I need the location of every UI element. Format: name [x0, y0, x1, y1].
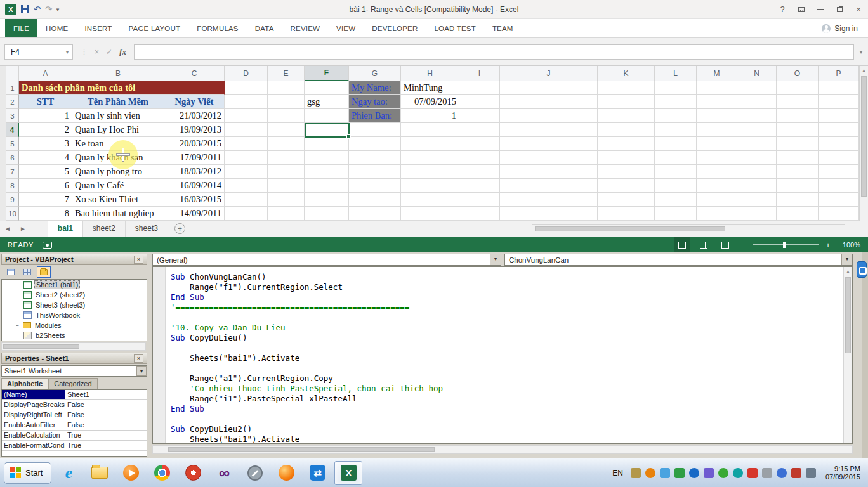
tray-icon[interactable]: [718, 468, 728, 478]
cell-E5[interactable]: [268, 137, 305, 151]
cell-N3[interactable]: [737, 109, 777, 123]
cell-P6[interactable]: [819, 151, 859, 165]
view-object-icon[interactable]: [20, 266, 34, 278]
cell-B3[interactable]: Quan ly sinh vien: [72, 109, 164, 123]
media-player-icon[interactable]: [117, 461, 145, 485]
cell-M10[interactable]: [697, 207, 737, 221]
column-header-F[interactable]: F: [305, 66, 349, 81]
properties-dropdown-icon[interactable]: ▾: [136, 366, 147, 376]
column-header-P[interactable]: P: [819, 66, 859, 81]
excel-taskbar-icon[interactable]: X: [334, 461, 362, 485]
cell-K4[interactable]: [598, 123, 655, 137]
cell-P8[interactable]: [819, 179, 859, 193]
start-button[interactable]: Start: [4, 462, 51, 484]
cell-O4[interactable]: [777, 123, 819, 137]
object-dropdown[interactable]: (General) ▾: [152, 254, 501, 266]
cell-B8[interactable]: Quan ly Café: [72, 179, 164, 193]
cell-H1[interactable]: MinhTung: [401, 81, 459, 95]
cell-A3[interactable]: 1: [19, 109, 72, 123]
zoom-slider-thumb[interactable]: [783, 242, 786, 248]
ribbon-tab-file[interactable]: FILE: [5, 19, 37, 37]
ribbon-tab-insert[interactable]: INSERT: [76, 19, 120, 37]
cell-I5[interactable]: [459, 137, 500, 151]
cell-I9[interactable]: [459, 193, 500, 207]
row-header-4[interactable]: 4: [6, 123, 19, 137]
cell-N1[interactable]: [737, 81, 777, 95]
cell-M3[interactable]: [697, 109, 737, 123]
property-row[interactable]: EnableCalculationTrue: [2, 431, 147, 441]
tree-item-b2sheets[interactable]: b2Sheets: [2, 330, 147, 341]
name-box[interactable]: F4 ▾: [4, 44, 73, 60]
cell-P10[interactable]: [819, 207, 859, 221]
grid-horizontal-scrollbar[interactable]: [532, 224, 845, 233]
add-sheet-button[interactable]: +: [174, 223, 185, 234]
cell-E8[interactable]: [268, 179, 305, 193]
code-hscrollbar[interactable]: [152, 445, 853, 454]
cell-E3[interactable]: [268, 109, 305, 123]
cell-B9[interactable]: Xo so Kien Thiet: [72, 193, 164, 207]
toggle-folders-icon[interactable]: [37, 266, 51, 278]
tray-icon[interactable]: [733, 468, 743, 478]
cell-J4[interactable]: [500, 123, 598, 137]
cell-O10[interactable]: [777, 207, 819, 221]
tree-item-sheet3-sheet3-[interactable]: Sheet3 (sheet3): [2, 300, 147, 310]
cell-M9[interactable]: [697, 193, 737, 207]
cell-A1[interactable]: Danh sách phần mềm của tôi: [19, 81, 225, 95]
undo-icon[interactable]: ↶: [34, 5, 41, 13]
cell-D6[interactable]: [225, 151, 268, 165]
cell-H6[interactable]: [401, 151, 459, 165]
cell-I10[interactable]: [459, 207, 500, 221]
cell-M5[interactable]: [697, 137, 737, 151]
tray-icon[interactable]: [791, 468, 801, 478]
name-box-dropdown-icon[interactable]: ▾: [62, 49, 72, 55]
cell-H8[interactable]: [401, 179, 459, 193]
visual-studio-icon[interactable]: ∞: [210, 461, 238, 485]
macro-record-icon[interactable]: [43, 242, 52, 249]
tray-icon[interactable]: [674, 468, 685, 478]
close-icon[interactable]: ×: [849, 0, 868, 18]
docked-app-icon[interactable]: [857, 261, 867, 278]
cell-E7[interactable]: [268, 165, 305, 179]
cell-A9[interactable]: 7: [19, 193, 72, 207]
language-indicator[interactable]: EN: [609, 469, 626, 477]
column-header-N[interactable]: N: [737, 66, 777, 81]
cell-O2[interactable]: [777, 95, 819, 109]
cell-A10[interactable]: 8: [19, 207, 72, 221]
cell-H9[interactable]: [401, 193, 459, 207]
minimize-icon[interactable]: [811, 0, 830, 18]
restore-icon[interactable]: [830, 0, 849, 18]
cell-C2[interactable]: Ngày Viết: [164, 95, 225, 109]
tree-item-thisworkbook[interactable]: ThisWorkbook: [2, 310, 147, 320]
column-header-L[interactable]: L: [655, 66, 697, 81]
cell-L6[interactable]: [655, 151, 697, 165]
cell-B4[interactable]: Quan Ly Hoc Phi: [72, 123, 164, 137]
firefox-icon[interactable]: [272, 461, 300, 485]
cell-A4[interactable]: 2: [19, 123, 72, 137]
zoom-slider[interactable]: [753, 244, 819, 245]
cell-F1[interactable]: [305, 81, 349, 95]
cell-J8[interactable]: [500, 179, 598, 193]
cell-F6[interactable]: [305, 151, 349, 165]
tray-icon[interactable]: [704, 468, 714, 478]
cell-P9[interactable]: [819, 193, 859, 207]
property-value[interactable]: False: [65, 410, 147, 420]
cell-G8[interactable]: [349, 179, 401, 193]
cell-G9[interactable]: [349, 193, 401, 207]
column-header-E[interactable]: E: [268, 66, 305, 81]
customize-qat-icon[interactable]: ▾: [56, 6, 60, 13]
column-header-A[interactable]: A: [19, 66, 72, 81]
ribbon-tab-team[interactable]: TEAM: [484, 19, 522, 37]
insert-function-icon[interactable]: fx: [119, 47, 126, 57]
expander-icon[interactable]: −: [15, 323, 20, 328]
procedure-dropdown[interactable]: ChonVungLanCan ▾: [504, 254, 853, 266]
cell-A5[interactable]: 3: [19, 137, 72, 151]
normal-view-icon[interactable]: [674, 237, 690, 252]
cell-L3[interactable]: [655, 109, 697, 123]
cell-J3[interactable]: [500, 109, 598, 123]
property-value[interactable]: True: [65, 431, 147, 440]
cancel-icon[interactable]: ×: [95, 48, 99, 56]
cell-O7[interactable]: [777, 165, 819, 179]
ribbon-tab-developer[interactable]: DEVELOPER: [364, 19, 426, 37]
ribbon-tab-data[interactable]: DATA: [247, 19, 282, 37]
cell-N8[interactable]: [737, 179, 777, 193]
